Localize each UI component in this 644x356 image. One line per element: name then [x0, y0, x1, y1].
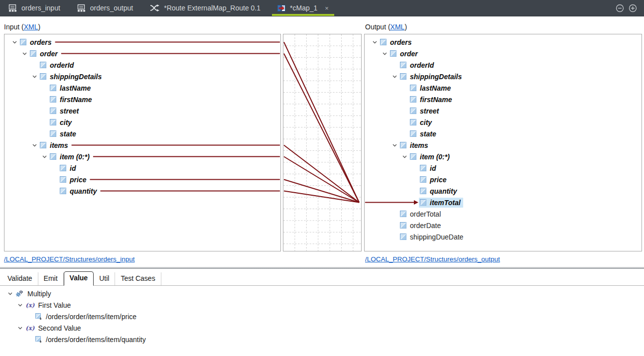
tree-row[interactable]: id	[365, 162, 642, 174]
tree-row[interactable]: order	[365, 48, 642, 59]
xml-element-icon	[400, 222, 406, 229]
bottom-tab-test-cases[interactable]: Test Cases	[115, 272, 161, 285]
bottom-tab-emit[interactable]: Emit	[38, 272, 64, 285]
tree-row[interactable]: price	[4, 174, 280, 185]
tree-row[interactable]: state	[4, 128, 280, 139]
input-xml-link[interactable]: XML	[24, 23, 38, 31]
tree-row[interactable]: id	[4, 162, 280, 174]
input-structure-link[interactable]: /LOCAL_PROJECT/Structures/orders_input	[4, 255, 135, 263]
xml-element-icon	[420, 199, 426, 206]
node-content: items	[39, 140, 71, 150]
xml-element-icon	[380, 39, 386, 45]
tree-row[interactable]: orderDate	[365, 220, 642, 231]
xml-element-icon	[410, 130, 416, 137]
chevron-expanded-icon[interactable]	[371, 41, 379, 44]
tab-orders-input[interactable]: orders_input	[0, 0, 69, 16]
node-content: quantity	[419, 186, 459, 196]
close-icon[interactable]: ×	[325, 5, 329, 11]
xml-element-icon	[410, 96, 416, 103]
tree-row[interactable]: lastName	[4, 82, 280, 94]
tree-row[interactable]: item (0:*)	[365, 151, 642, 162]
tree-row[interactable]: Multiply	[0, 288, 644, 299]
tree-row[interactable]: (x)First Value	[0, 299, 644, 311]
node-content: orders	[379, 37, 414, 47]
tree-node-label: item (0:*)	[60, 153, 90, 161]
tree-row[interactable]: itemTotal	[365, 197, 642, 208]
tab-label: orders_output	[90, 4, 133, 12]
node-content: orderDate	[399, 221, 443, 231]
bottom-tab-util[interactable]: Util	[94, 272, 115, 285]
xml-element-icon	[400, 73, 406, 80]
tree-row[interactable]: city	[4, 117, 280, 128]
node-content: orders	[19, 37, 54, 47]
chevron-expanded-icon[interactable]	[30, 144, 39, 147]
collapse-icon[interactable]	[616, 4, 624, 12]
tree-node-label: items	[410, 141, 428, 149]
node-content: id	[419, 163, 438, 173]
node-content: shippingDueDate	[399, 232, 466, 242]
tree-row[interactable]: orders	[365, 36, 642, 48]
xml-element-icon	[50, 119, 56, 125]
input-title: Input (	[4, 23, 24, 31]
tree-row[interactable]: item (0:*)	[4, 151, 280, 162]
node-content: items	[399, 140, 431, 150]
chevron-expanded-icon[interactable]	[390, 144, 399, 147]
tree-node-label: /orders/order/items/item/quantity	[46, 336, 146, 344]
tree-row[interactable]: quantity	[365, 185, 642, 197]
tree-row[interactable]: quantity	[4, 185, 280, 197]
chevron-expanded-icon[interactable]	[381, 52, 389, 55]
chevron-expanded-icon[interactable]	[16, 304, 24, 307]
tree-node-label: city	[60, 119, 72, 126]
xml-element-icon	[60, 188, 66, 194]
tree-row[interactable]: shippingDetails	[365, 71, 642, 82]
node-content: lastName	[49, 83, 93, 93]
chevron-expanded-icon[interactable]	[10, 41, 19, 44]
node-content: street	[49, 106, 81, 116]
tree-node-label: orders	[390, 38, 412, 46]
tree-node-label: lastName	[60, 84, 91, 92]
tree-row[interactable]: items	[365, 139, 642, 151]
xml-element-icon	[60, 176, 66, 183]
tree-row[interactable]: orderTotal	[365, 208, 642, 220]
tree-row[interactable]: firstName	[365, 94, 642, 105]
tree-row[interactable]: /orders/order/items/item/price	[0, 311, 644, 322]
tree-row[interactable]: items	[4, 139, 280, 151]
chevron-expanded-icon[interactable]	[20, 52, 29, 55]
tree-node-label: itemTotal	[430, 199, 461, 207]
output-xml-link[interactable]: XML	[390, 23, 405, 31]
tree-node-label: state	[60, 130, 76, 138]
bottom-tab-value[interactable]: Value	[64, 271, 94, 286]
tree-row[interactable]: street	[4, 105, 280, 117]
chevron-expanded-icon[interactable]	[30, 75, 39, 78]
chevron-expanded-icon[interactable]	[6, 292, 14, 295]
chevron-expanded-icon[interactable]	[390, 75, 399, 78]
expand-icon[interactable]	[629, 4, 637, 12]
chevron-expanded-icon[interactable]	[400, 155, 409, 158]
tree-row[interactable]: street	[365, 105, 642, 117]
tree-row[interactable]: shippingDueDate	[365, 231, 642, 242]
node-content: /orders/order/items/item/quantity	[34, 335, 148, 345]
tab-cmap-1[interactable]: *cMap_1×	[269, 0, 337, 16]
tree-row[interactable]: (x)Second Value	[0, 322, 644, 334]
tree-row[interactable]: state	[365, 128, 642, 139]
tree-row[interactable]: orderId	[4, 59, 280, 71]
chevron-expanded-icon[interactable]	[16, 327, 24, 330]
bottom-tab-validate[interactable]: Validate	[2, 272, 38, 285]
selected-node: itemTotal	[419, 198, 463, 208]
output-structure-link[interactable]: /LOCAL_PROJECT/Structures/orders_output	[365, 255, 500, 263]
tab-orders-output[interactable]: orders_output	[69, 0, 141, 16]
mapping-canvas[interactable]	[283, 34, 362, 251]
tree-row[interactable]: lastName	[365, 82, 642, 94]
tree-row[interactable]: price	[365, 174, 642, 185]
xml-element-icon	[400, 211, 406, 217]
tab-route-externalmap[interactable]: *Route ExternalMap_Route 0.1	[141, 0, 269, 16]
tree-row[interactable]: shippingDetails	[4, 71, 280, 82]
tree-row[interactable]: /orders/order/items/item/quantity	[0, 334, 644, 345]
horizontal-splitter[interactable]	[0, 267, 644, 269]
tree-row[interactable]: order	[4, 48, 280, 59]
tree-row[interactable]: firstName	[4, 94, 280, 105]
tree-row[interactable]: city	[365, 117, 642, 128]
chevron-expanded-icon[interactable]	[40, 155, 49, 158]
tree-row[interactable]: orderId	[365, 59, 642, 71]
tree-row[interactable]: orders	[4, 36, 280, 48]
